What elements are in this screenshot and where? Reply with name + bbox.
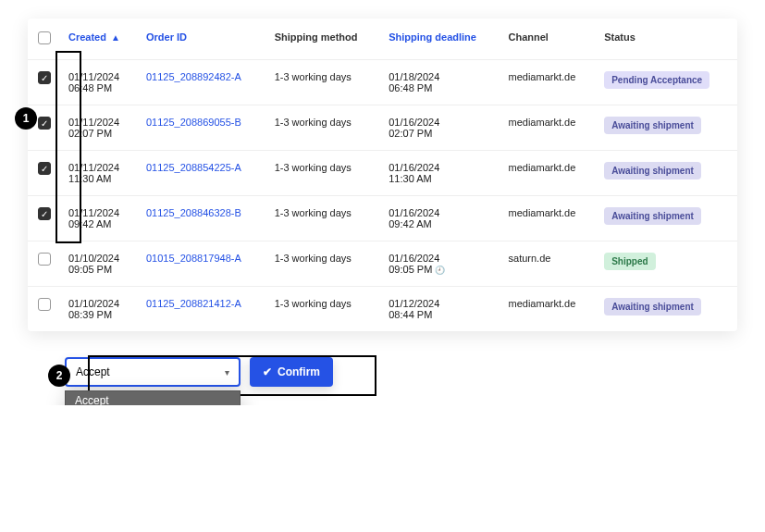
- check-icon: ✔: [263, 365, 272, 378]
- row-checkbox[interactable]: [38, 298, 51, 311]
- channel-cell: mediamarkt.de: [501, 151, 598, 196]
- shipping-deadline-cell: 01/12/202408:44 PM: [381, 287, 500, 332]
- status-badge: Awaiting shipment: [604, 117, 701, 134]
- shipping-method-cell: 1-3 working days: [267, 105, 382, 151]
- shipping-method-cell: 1-3 working days: [267, 287, 382, 332]
- select-all-header[interactable]: [28, 19, 61, 60]
- column-order-id[interactable]: Order ID: [139, 19, 267, 60]
- channel-cell: mediamarkt.de: [501, 60, 598, 105]
- channel-cell: mediamarkt.de: [501, 287, 598, 332]
- table-row[interactable]: ✓01/11/202411:30 AM01125_208854225-A1-3 …: [28, 151, 737, 196]
- action-dropdown-container: Accept ▾ AcceptRejectConfirm shipmentDow…: [65, 357, 241, 387]
- shipping-deadline-cell: 01/16/202409:42 AM: [381, 196, 500, 241]
- channel-cell: saturn.de: [501, 241, 598, 287]
- dropdown-option[interactable]: Accept: [66, 391, 240, 405]
- row-checkbox[interactable]: ✓: [38, 117, 51, 130]
- caret-down-icon: ▾: [225, 367, 229, 377]
- confirm-button[interactable]: ✔ Confirm: [250, 357, 333, 387]
- clock-icon: 🕘: [435, 266, 445, 275]
- channel-cell: mediamarkt.de: [501, 196, 598, 241]
- status-badge: Shipped: [604, 253, 655, 270]
- shipping-method-cell: 1-3 working days: [267, 151, 382, 196]
- table-row[interactable]: 01/10/202408:39 PM01125_208821412-A1-3 w…: [28, 287, 737, 332]
- column-status[interactable]: Status: [597, 19, 737, 60]
- table-row[interactable]: 01/10/202409:05 PM01015_208817948-A1-3 w…: [28, 241, 737, 287]
- created-cell: 01/11/202411:30 AM: [61, 151, 139, 196]
- shipping-method-cell: 1-3 working days: [267, 241, 382, 287]
- annotation-2: 2: [48, 365, 70, 387]
- column-created[interactable]: Created ▲: [61, 19, 139, 60]
- order-id-link[interactable]: 01125_208854225-A: [146, 162, 241, 173]
- shipping-deadline-cell: 01/16/202409:05 PM 🕘: [381, 241, 500, 287]
- action-dropdown-list: AcceptRejectConfirm shipmentDownload del…: [65, 390, 241, 405]
- order-id-link[interactable]: 01125_208892482-A: [146, 71, 241, 82]
- shipping-deadline-cell: 01/16/202411:30 AM: [381, 151, 500, 196]
- order-id-link[interactable]: 01015_208817948-A: [146, 253, 241, 264]
- sort-asc-icon: ▲: [111, 32, 120, 43]
- shipping-method-cell: 1-3 working days: [267, 60, 382, 105]
- status-badge: Pending Acceptance: [604, 71, 709, 89]
- select-all-checkbox[interactable]: [38, 31, 51, 44]
- created-cell: 01/11/202409:42 AM: [61, 196, 139, 241]
- status-badge: Awaiting shipment: [604, 162, 701, 179]
- column-shipping-method[interactable]: Shipping method: [267, 19, 382, 60]
- orders-table: Created ▲ Order ID Shipping method Shipp…: [28, 19, 737, 331]
- channel-cell: mediamarkt.de: [501, 105, 598, 151]
- row-checkbox[interactable]: ✓: [38, 162, 51, 175]
- column-channel[interactable]: Channel: [501, 19, 598, 60]
- order-id-link[interactable]: 01125_208869055-B: [146, 117, 241, 128]
- status-badge: Awaiting shipment: [604, 298, 701, 315]
- shipping-deadline-cell: 01/16/202402:07 PM: [381, 105, 500, 151]
- shipping-method-cell: 1-3 working days: [267, 196, 382, 241]
- row-checkbox[interactable]: ✓: [38, 207, 51, 220]
- created-cell: 01/11/202406:48 PM: [61, 60, 139, 105]
- shipping-deadline-cell: 01/18/202406:48 PM: [381, 60, 500, 105]
- order-id-link[interactable]: 01125_208821412-A: [146, 298, 241, 309]
- created-cell: 01/10/202408:39 PM: [61, 287, 139, 332]
- table-row[interactable]: ✓01/11/202409:42 AM01125_208846328-B1-3 …: [28, 196, 737, 241]
- row-checkbox[interactable]: ✓: [38, 71, 51, 84]
- status-badge: Awaiting shipment: [604, 207, 701, 225]
- table-row[interactable]: ✓01/11/202406:48 PM01125_208892482-A1-3 …: [28, 60, 737, 105]
- order-id-link[interactable]: 01125_208846328-B: [146, 207, 241, 218]
- dropdown-selected-value: Accept: [76, 365, 110, 378]
- row-checkbox[interactable]: [38, 253, 51, 266]
- created-cell: 01/11/202402:07 PM: [61, 105, 139, 151]
- column-shipping-deadline[interactable]: Shipping deadline: [381, 19, 500, 60]
- orders-table-container: Created ▲ Order ID Shipping method Shipp…: [28, 19, 737, 331]
- action-dropdown[interactable]: Accept ▾: [65, 357, 241, 387]
- created-cell: 01/10/202409:05 PM: [61, 241, 139, 287]
- table-row[interactable]: ✓01/11/202402:07 PM01125_208869055-B1-3 …: [28, 105, 737, 151]
- confirm-label: Confirm: [278, 365, 320, 378]
- annotation-1: 1: [15, 107, 37, 130]
- bulk-action-section: Accept ▾ AcceptRejectConfirm shipmentDow…: [65, 357, 737, 387]
